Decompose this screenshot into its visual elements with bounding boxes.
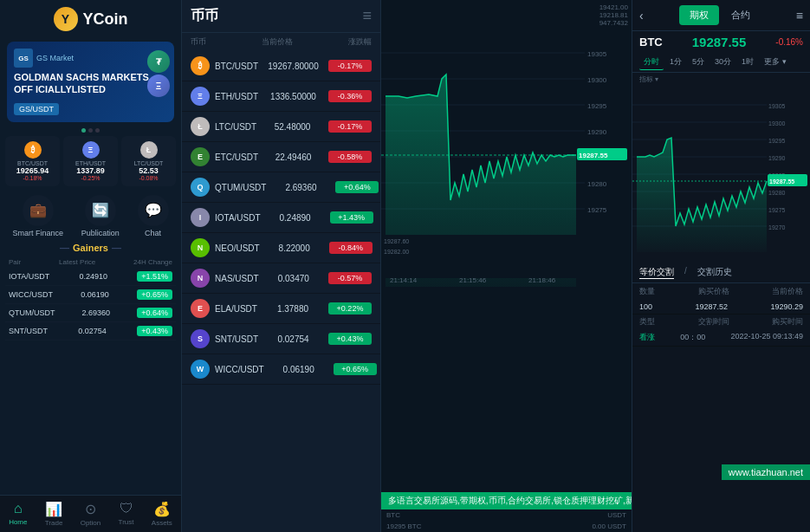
ticker-nas[interactable]: N NAS/USDT 0.03470 -0.57% xyxy=(182,263,380,294)
gainer-pair-wicc: WICC/USDT xyxy=(9,290,53,299)
btc-trade-row-1[interactable]: 100 19287.52 19290.29 xyxy=(632,300,810,315)
neo-ticker-price: 8.22000 xyxy=(260,243,329,253)
ela-ticker-icon: E xyxy=(191,299,210,318)
ticker-etc[interactable]: Ε ETC/USDT 22.49460 -0.58% xyxy=(182,142,380,172)
nas-ticker-change: -0.57% xyxy=(328,272,372,284)
gainer-price-snt: 0.02754 xyxy=(78,327,107,335)
btc-title-row: BTC 19287.55 -0.16% xyxy=(632,31,810,53)
ticker-nas-left: N NAS/USDT xyxy=(191,269,259,288)
price-level-2: 19218.81 xyxy=(599,11,628,19)
nas-ticker-icon: N xyxy=(191,269,210,288)
ltc-card[interactable]: Ł LTC/USDT 52.53 -0.08% xyxy=(121,136,176,186)
coinpair-menu-icon[interactable]: ≡ xyxy=(362,7,372,25)
gainer-row-snt[interactable]: SNT/USDT 0.02754 +0.43% xyxy=(5,322,176,341)
nav-trust[interactable]: 🛡 Trust xyxy=(119,501,134,527)
publication-icon: 🔄 xyxy=(85,195,116,226)
iota-ticker-change: +1.43% xyxy=(330,211,373,224)
tab-equal-settlement[interactable]: 等价交割 xyxy=(639,266,674,279)
gainer-change-wicc: +0.65% xyxy=(137,289,172,300)
chart-bottom-values: 19295 BTC 0.00 USDT xyxy=(381,521,632,532)
gainer-row-wicc[interactable]: WICC/USDT 0.06190 +0.65% xyxy=(5,286,176,304)
btc-card[interactable]: ₿ BTC/USDT 19265.94 -0.18% xyxy=(5,136,60,186)
publication-shortcut[interactable]: 🔄 Publication xyxy=(81,195,120,237)
tf-5m[interactable]: 5分 xyxy=(688,55,709,70)
ticker-neo[interactable]: N NEO/USDT 8.22000 -0.84% xyxy=(182,233,380,263)
nav-home[interactable]: ⌂ Home xyxy=(9,501,27,527)
ticker-wicc[interactable]: W WICC/USDT 0.06190 +0.65% xyxy=(182,354,380,385)
tf-30m[interactable]: 30分 xyxy=(710,55,735,70)
chart-usdt-label: USDT xyxy=(607,511,626,519)
btc-tabs-bottom: 等价交割 / 交割历史 xyxy=(632,263,810,283)
back-button[interactable]: ‹ xyxy=(639,9,644,23)
qtum-ticker-pair: QTUM/USDT xyxy=(215,183,266,192)
gainer-change-snt: +0.43% xyxy=(137,326,172,336)
gainer-row-qtum[interactable]: QTUM/USDT 2.69360 +0.64% xyxy=(5,304,176,322)
tab-options[interactable]: 期权 xyxy=(679,5,719,25)
tf-1h[interactable]: 1时 xyxy=(737,55,758,70)
nas-ticker-price: 0.03470 xyxy=(259,274,328,283)
bottom-nav: ⌂ Home 📊 Trade ⊙ Option 🛡 Trust 💰 Assets xyxy=(0,495,181,532)
ticker-iota[interactable]: I IOTA/USDT 0.24890 +1.43% xyxy=(182,203,380,233)
nav-trade[interactable]: 📊 Trade xyxy=(45,501,63,527)
banner-area[interactable]: GS GS Market GOLDMAN SACHS MARKETSOFF IC… xyxy=(7,42,174,122)
btc-price: 19265.94 xyxy=(16,166,49,175)
ticker-ela-left: E ELA/USDT xyxy=(191,299,257,318)
svg-text:19305: 19305 xyxy=(768,103,786,109)
gainer-price-qtum: 2.69360 xyxy=(82,308,111,317)
ticker-ela[interactable]: E ELA/USDT 1.37880 +0.22% xyxy=(182,294,380,324)
gs-badge: GS GS Market xyxy=(14,49,167,68)
coinpair-header: 币币 ≡ xyxy=(182,0,380,33)
gainer-row-iota[interactable]: IOTA/USDT 0.24910 +1.51% xyxy=(5,268,176,286)
ltc-change: -0.08% xyxy=(139,175,158,181)
tab-contract[interactable]: 合约 xyxy=(721,5,761,25)
tab-settlement-history[interactable]: 交割历史 xyxy=(697,266,732,279)
ltc-price: 52.53 xyxy=(139,166,159,175)
chat-shortcut[interactable]: 💬 Chat xyxy=(138,195,169,237)
ela-ticker-price: 1.37880 xyxy=(258,304,327,314)
wicc-ticker-change: +0.65% xyxy=(334,363,377,375)
eth-coin: Ξ xyxy=(147,75,170,97)
ticker-qtum[interactable]: Q QTUM/USDT 2.69360 +0.64% xyxy=(182,172,380,203)
chart-panel: 19421.00 19218.81 947.7432 19305 19300 1… xyxy=(381,0,632,532)
gs-icon: GS xyxy=(14,49,33,68)
trade-type-1: 看涨 xyxy=(639,332,655,343)
btc-trades-header2: 类型 交割时间 购买时间 xyxy=(632,315,810,329)
ticker-neo-left: N NEO/USDT xyxy=(191,238,260,257)
ticker-btc[interactable]: ₿ BTC/USDT 19267.80000 -0.17% xyxy=(182,51,380,81)
btc-chart-container: 19305 19300 19295 19290 19285 19280 1927… xyxy=(632,88,810,261)
svg-text:19290: 19290 xyxy=(587,128,607,136)
eth-ticker-pair: ETH/USDT xyxy=(215,92,258,101)
svg-text:19287.60: 19287.60 xyxy=(384,238,409,244)
gainer-change-iota: +1.51% xyxy=(137,271,172,282)
btc-chart-svg: 19305 19300 19295 19290 19285 19280 1927… xyxy=(632,88,810,252)
smart-finance-shortcut[interactable]: 💼 Smart Finance xyxy=(12,195,63,237)
ticker-ltc[interactable]: Ł LTC/USDT 52.48000 -0.17% xyxy=(182,112,380,142)
th-type: 类型 xyxy=(639,316,655,328)
wicc-ticker-pair: WICC/USDT xyxy=(215,365,264,374)
indicator-label[interactable]: 指标 ▾ xyxy=(639,75,658,84)
gainers-header: Pair Latest Price 24H Change xyxy=(5,256,176,268)
tf-more[interactable]: 更多 ▾ xyxy=(760,55,791,70)
nav-option[interactable]: ⊙ Option xyxy=(81,501,101,527)
btc-detail-panel: ‹ 期权 合约 ≡ BTC 19287.55 -0.16% 分时 1分 5分 3… xyxy=(632,0,810,532)
eth-card[interactable]: Ξ ETH/USDT 1337.89 -0.25% xyxy=(63,136,118,186)
chat-label: Chat xyxy=(145,229,161,237)
gainers-section: Gainers Pair Latest Price 24H Change IOT… xyxy=(0,243,181,495)
ticker-wicc-left: W WICC/USDT xyxy=(191,360,264,379)
eth-icon: Ξ xyxy=(82,141,100,159)
nav-assets[interactable]: 💰 Assets xyxy=(152,501,172,527)
ticker-ltc-left: Ł LTC/USDT xyxy=(191,117,256,136)
col-pair: Pair xyxy=(9,258,21,266)
snt-ticker-change: +0.43% xyxy=(328,333,372,345)
ticker-snt[interactable]: S SNT/USDT 0.02754 +0.43% xyxy=(182,324,380,354)
btc-trade-row-2[interactable]: 看涨 00：00 2022-10-25 09:13:49 xyxy=(632,329,810,347)
tf-1m[interactable]: 1分 xyxy=(665,55,686,70)
ticker-eth[interactable]: Ξ ETH/USDT 1336.50000 -0.36% xyxy=(182,81,380,112)
tf-fen[interactable]: 分时 xyxy=(639,55,664,70)
coinpair-title: 币币 xyxy=(191,7,218,25)
col-price: Latest Price xyxy=(59,258,95,266)
svg-text:19280: 19280 xyxy=(587,180,607,188)
svg-text:19287.55: 19287.55 xyxy=(579,152,608,159)
btc-menu-icon[interactable]: ≡ xyxy=(796,9,803,23)
trade-cur-price-1: 19290.29 xyxy=(770,302,803,311)
